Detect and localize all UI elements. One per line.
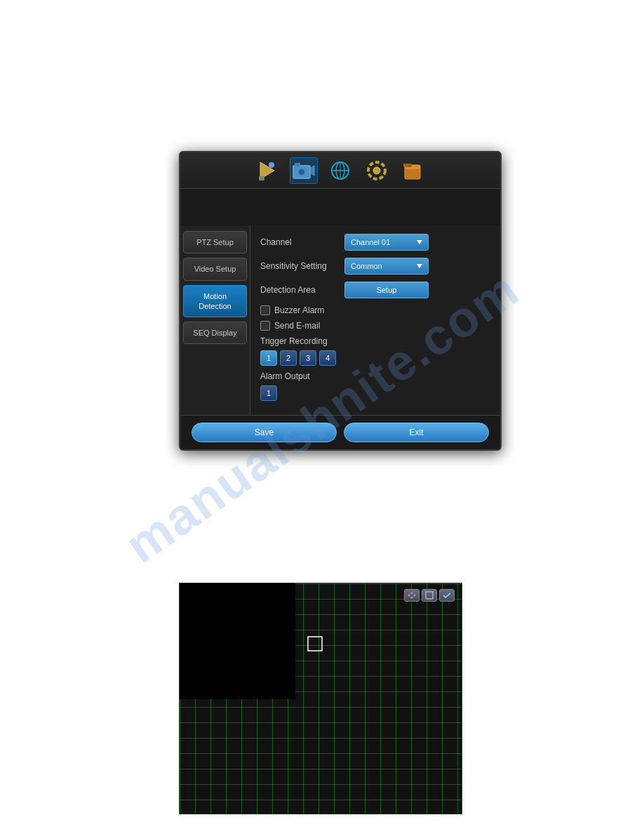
sidebar-item-seq-display[interactable]: SEQ Display	[183, 322, 247, 344]
channel-select[interactable]: Channel 01	[344, 234, 429, 251]
sidebar-item-ptz-setup[interactable]: PTZ Setup	[183, 231, 247, 253]
svg-rect-17	[295, 583, 462, 814]
nav-icons-bar	[180, 152, 500, 189]
files-nav-icon[interactable]	[399, 157, 427, 184]
svg-point-5	[298, 168, 305, 176]
channel-value: Channel 01	[351, 238, 390, 246]
dialog-body: PTZ Setup Video Setup Motion Detection S…	[180, 225, 500, 415]
settings-dialog: × PTZ Setup Video Setup Motion Detection…	[179, 151, 502, 451]
buzzer-alarm-row: Buzzer Alarm	[260, 305, 490, 315]
channel-row: Channel Channel 01	[260, 234, 490, 251]
grid-toolbar	[404, 589, 455, 602]
sensitivity-value: Common	[351, 262, 382, 270]
svg-rect-25	[426, 592, 433, 599]
title-bar: ×	[180, 152, 500, 189]
grid-container	[179, 583, 462, 814]
trigger-btn-3[interactable]: 3	[300, 350, 316, 366]
sidebar-item-motion-detection[interactable]: Motion Detection	[183, 285, 247, 318]
send-email-label: Send E-mail	[274, 321, 320, 331]
dialog-container: × PTZ Setup Video Setup Motion Detection…	[179, 151, 502, 451]
svg-marker-23	[408, 594, 410, 597]
grid-confirm-icon[interactable]	[439, 589, 455, 602]
svg-marker-24	[414, 594, 416, 597]
buzzer-alarm-checkbox[interactable]	[260, 305, 270, 315]
trigger-recording-section: Trigger Recording 1 2 3 4	[260, 336, 490, 366]
sensitivity-select[interactable]: Common	[344, 258, 429, 274]
channel-label: Channel	[260, 237, 344, 247]
svg-rect-6	[295, 163, 300, 166]
svg-rect-15	[403, 164, 412, 167]
grid-move-icon[interactable]	[404, 589, 420, 602]
trigger-btn-2[interactable]: 2	[280, 350, 297, 366]
send-email-row: Send E-mail	[260, 321, 490, 331]
sidebar: PTZ Setup Video Setup Motion Detection S…	[180, 225, 250, 415]
detection-area-grid	[179, 583, 462, 814]
channel-dropdown-arrow	[417, 240, 422, 244]
sidebar-item-video-setup[interactable]: Video Setup	[183, 258, 247, 280]
svg-point-11	[373, 167, 380, 174]
dialog-footer: Save Exit	[180, 415, 500, 449]
network-nav-icon[interactable]	[326, 157, 354, 184]
svg-point-1	[269, 162, 274, 168]
svg-marker-22	[410, 597, 413, 599]
trigger-recording-buttons: 1 2 3 4	[260, 350, 490, 366]
trigger-recording-label: Trigger Recording	[260, 336, 490, 346]
settings-nav-icon[interactable]	[363, 157, 391, 184]
detection-area-setup-button[interactable]: Setup	[344, 282, 429, 298]
trigger-btn-1[interactable]: 1	[260, 350, 277, 366]
alarm-output-section: Alarm Output 1	[260, 371, 490, 401]
save-button[interactable]: Save	[192, 423, 337, 442]
sensitivity-dropdown-arrow	[417, 264, 422, 268]
alarm-output-buttons: 1	[260, 385, 490, 401]
sensitivity-row: Sensitivity Setting Common	[260, 258, 490, 274]
exit-button[interactable]: Exit	[344, 423, 489, 442]
svg-marker-4	[310, 166, 314, 176]
grid-select-icon[interactable]	[422, 589, 437, 602]
alarm-btn-1[interactable]: 1	[260, 385, 277, 401]
buzzer-alarm-label: Buzzer Alarm	[274, 305, 324, 315]
alarm-output-label: Alarm Output	[260, 371, 490, 381]
trigger-btn-4[interactable]: 4	[319, 350, 336, 366]
detection-area-label: Detection Area	[260, 285, 344, 295]
svg-rect-2	[259, 176, 264, 180]
svg-rect-19	[180, 699, 295, 814]
camera-nav-icon[interactable]	[290, 157, 318, 184]
send-email-checkbox[interactable]	[260, 321, 270, 331]
detection-area-row: Detection Area Setup	[260, 282, 490, 298]
sensitivity-label: Sensitivity Setting	[260, 261, 344, 271]
record-nav-icon[interactable]	[253, 157, 281, 184]
svg-marker-21	[410, 592, 413, 594]
grid-svg	[180, 583, 462, 814]
